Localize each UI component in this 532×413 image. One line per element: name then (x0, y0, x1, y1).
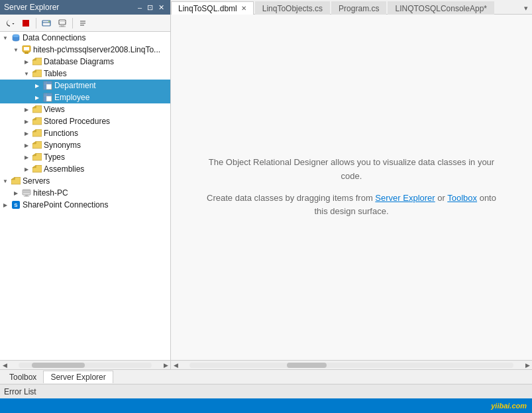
stop-button[interactable] (19, 17, 33, 30)
svg-rect-28 (23, 190, 30, 192)
tab-program[interactable]: Program.cs (331, 1, 386, 15)
tree-item-db-diagrams[interactable]: Database Diagrams (0, 56, 170, 68)
tab-overflow-button[interactable]: ▾ (520, 3, 532, 15)
tree-item-employee[interactable]: Employee (0, 91, 170, 103)
connect-server-button[interactable] (55, 17, 70, 30)
error-list-bar: Error List (0, 384, 532, 398)
designer-message-line2: Create data classes by dragging items fr… (199, 192, 504, 219)
tree-item-assemblies[interactable]: Assemblies (0, 163, 170, 175)
header-close-icon[interactable]: ✕ (156, 3, 166, 13)
toolbox-link[interactable]: Toolbox (447, 193, 477, 203)
designer-message: The Object Relational Designer allows yo… (186, 143, 517, 232)
views-label: Views (44, 105, 65, 114)
header-dockable-icon[interactable]: ⊡ (145, 3, 155, 13)
bottom-tabs-row: Toolbox Server Explorer (0, 369, 532, 384)
status-bar: yiibai.com (0, 398, 532, 413)
expander-department[interactable] (32, 80, 42, 91)
expander-hitesh-pc[interactable] (11, 44, 21, 55)
employee-table-icon (42, 92, 53, 103)
left-scrollbar-track[interactable] (19, 363, 152, 368)
views-folder-icon (32, 104, 42, 115)
expander-data-connections[interactable] (0, 32, 11, 43)
tree-item-department[interactable]: Department (0, 80, 170, 91)
department-table-icon (42, 80, 53, 91)
tab-linqtosqlconsole[interactable]: LINQTOSQLConsoleApp* (388, 1, 494, 15)
left-scroll-left-arrow[interactable]: ◀ (0, 361, 9, 370)
tree-item-hitesh-pc-server[interactable]: hitesh-PC (0, 187, 170, 199)
expander-employee[interactable] (32, 92, 42, 103)
tab-linqtosqlconsole-label: LINQTOSQLConsoleApp* (395, 4, 487, 13)
tabs-row: LinqToSQL.dbml ✕ LinqToObjects.cs Progra… (171, 0, 532, 15)
tab-linqtosql-close[interactable]: ✕ (241, 5, 246, 12)
expander-hitesh-pc-server[interactable] (11, 188, 21, 198)
tree-item-data-connections[interactable]: Data Connections (0, 32, 170, 44)
tree-item-sharepoint[interactable]: S SharePoint Connections (0, 199, 170, 211)
tree-item-stored-procedures[interactable]: Stored Procedures (0, 115, 170, 127)
bottom-area: Toolbox Server Explorer Error List (0, 369, 532, 398)
tab-toolbox[interactable]: Toolbox (3, 371, 43, 383)
designer-scroll-right-arrow[interactable]: ▶ (523, 361, 532, 370)
expander-servers[interactable] (0, 176, 11, 186)
expander-stored-procedures[interactable] (21, 116, 32, 127)
expander-functions[interactable] (21, 128, 32, 139)
designer-scrollbar-thumb[interactable] (287, 363, 327, 368)
sharepoint-icon: S (11, 200, 21, 210)
tab-linqtosql[interactable]: LinqToSQL.dbml ✕ (171, 1, 254, 15)
server-explorer-title: Server Explorer (4, 3, 59, 12)
expander-views[interactable] (21, 104, 32, 115)
svg-point-12 (13, 34, 19, 37)
designer-scrollbar-h[interactable]: ◀ ▶ (171, 360, 532, 369)
functions-folder-icon (32, 128, 42, 139)
tree-item-synonyms[interactable]: Synonyms (0, 139, 170, 151)
expander-tables[interactable] (21, 68, 32, 79)
svg-rect-24 (44, 93, 52, 96)
svg-rect-14 (24, 47, 29, 50)
tab-linqtoobjects[interactable]: LinqToObjects.cs (255, 1, 330, 15)
header-icons: – ⊡ ✕ (136, 3, 166, 13)
header-pin-icon[interactable]: – (136, 3, 144, 12)
refresh-button[interactable] (3, 17, 17, 30)
functions-label: Functions (44, 129, 78, 138)
server-explorer-link[interactable]: Server Explorer (375, 193, 435, 203)
designer-message-mid: or (435, 193, 448, 203)
sharepoint-label: SharePoint Connections (23, 200, 108, 209)
svg-rect-4 (59, 20, 66, 25)
expander-assemblies[interactable] (21, 164, 32, 174)
designer-scroll-left-arrow[interactable]: ◀ (171, 361, 180, 370)
designer-scrollbar-track[interactable] (189, 363, 513, 368)
data-connections-icon (11, 32, 21, 43)
svg-rect-29 (23, 192, 30, 194)
tree-item-functions[interactable]: Functions (0, 127, 170, 139)
db-diagrams-label: Database Diagrams (44, 57, 114, 66)
error-list-label[interactable]: Error List (4, 387, 36, 396)
properties-button[interactable] (76, 17, 90, 30)
designer-area: The Object Relational Designer allows yo… (171, 15, 532, 360)
expander-types[interactable] (21, 152, 32, 162)
designer-message-pre: Create data classes by dragging items fr… (207, 193, 375, 203)
stored-procedures-label: Stored Procedures (44, 117, 110, 126)
tree-item-tables[interactable]: Tables (0, 68, 170, 80)
expander-sharepoint[interactable] (0, 200, 11, 210)
assemblies-label: Assemblies (44, 164, 84, 174)
connect-db-button[interactable] (39, 17, 54, 30)
left-scroll-right-arrow[interactable]: ▶ (161, 361, 170, 370)
tab-linqtoobjects-label: LinqToObjects.cs (262, 4, 323, 13)
expander-db-diagrams[interactable] (21, 56, 32, 67)
left-scrollbar-thumb[interactable] (32, 363, 85, 368)
types-label: Types (44, 152, 65, 162)
synonyms-folder-icon (32, 140, 42, 150)
expander-synonyms[interactable] (21, 140, 32, 150)
tree-item-hitesh-pc[interactable]: hitesh-pc\mssqlserver2008.LinqTo... (0, 44, 170, 56)
tab-server-explorer-bottom[interactable]: Server Explorer (43, 371, 113, 383)
hitesh-pc-icon (21, 44, 32, 55)
tree-item-views[interactable]: Views (0, 103, 170, 115)
svg-text:S: S (14, 202, 18, 208)
servers-label: Servers (23, 176, 50, 186)
tree-item-servers[interactable]: Servers (0, 175, 170, 187)
left-scrollbar[interactable]: ◀ ▶ (0, 360, 170, 369)
tree-item-types[interactable]: Types (0, 151, 170, 163)
svg-rect-19 (44, 82, 52, 84)
tab-program-label: Program.cs (339, 4, 379, 13)
types-folder-icon (32, 152, 42, 162)
toolbar-separator-2 (72, 18, 73, 29)
